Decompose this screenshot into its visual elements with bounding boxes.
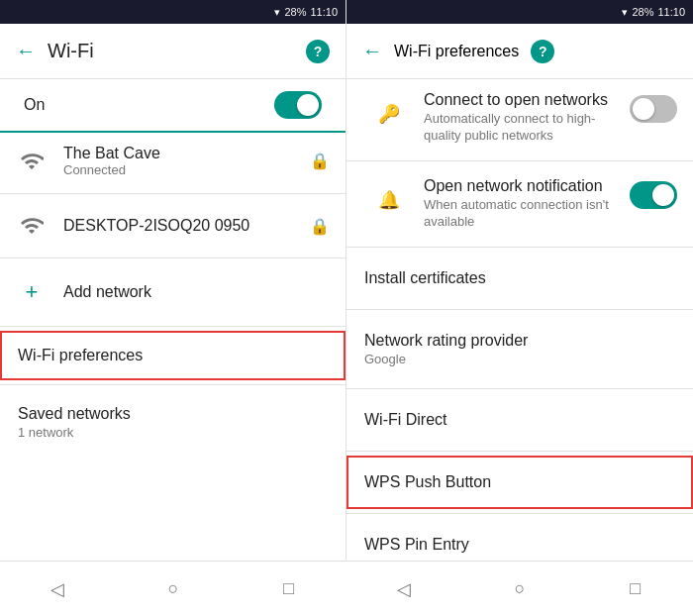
divider-4 <box>0 384 346 385</box>
pref-toggle-1[interactable] <box>630 181 677 209</box>
network-item-1[interactable]: DESKTOP-2ISOQ20 0950 🔒 <box>0 198 346 254</box>
bell-icon: 🔔 <box>378 189 400 211</box>
network-item-0[interactable]: The Bat Cave Connected 🔒 <box>0 133 346 189</box>
divider-r2 <box>346 247 693 248</box>
pref-label-3: Network rating provider <box>364 332 675 350</box>
pref-label-5: WPS Push Button <box>364 473 491 490</box>
network-name-0: The Bat Cave <box>63 145 294 162</box>
bell-icon-container: 🔔 <box>362 177 416 223</box>
lock-icon-1: 🔒 <box>310 217 330 236</box>
divider-1 <box>0 193 346 194</box>
lock-icon-0: 🔒 <box>310 152 330 170</box>
pref-install-certs[interactable]: Install certificates <box>346 252 693 305</box>
left-wifi-signal: ▾ <box>274 6 280 19</box>
right-help-button[interactable]: ? <box>531 40 554 63</box>
left-panel: ▾ 28% 11:10 ← Wi-Fi ? On The Bat Cave Co… <box>0 0 346 616</box>
pref-open-notif[interactable]: 🔔 Open network notification When automat… <box>346 165 693 243</box>
right-header: ← Wi-Fi preferences ? <box>346 24 693 79</box>
left-help-button[interactable]: ? <box>306 40 330 63</box>
left-nav-home[interactable]: ○ <box>149 565 197 613</box>
left-nav-back[interactable]: ◁ <box>34 565 81 613</box>
saved-networks-count: 1 network <box>18 425 328 440</box>
left-back-button[interactable]: ← <box>16 40 36 62</box>
add-network-label: Add network <box>63 283 151 301</box>
right-panel: ▾ 28% 11:10 ← Wi-Fi preferences ? 🔑 Conn… <box>346 0 693 616</box>
pref-toggle-0[interactable] <box>630 95 677 123</box>
divider-3 <box>0 326 346 327</box>
network-info-0: The Bat Cave Connected <box>63 145 294 177</box>
pref-title-0: Connect to open networks <box>424 91 622 109</box>
divider-r4 <box>346 388 693 389</box>
key-icon: 🔑 <box>378 103 400 125</box>
left-bottom-nav: ◁ ○ □ <box>0 561 346 616</box>
divider-r3 <box>346 309 693 310</box>
pref-wifi-direct[interactable]: Wi-Fi Direct <box>346 393 693 447</box>
right-nav-home[interactable]: ○ <box>496 565 544 613</box>
pref-subtitle-1: When automatic connection isn't availabl… <box>424 197 622 231</box>
left-status-bar: ▾ 28% 11:10 <box>0 0 346 24</box>
network-status-0: Connected <box>63 162 294 177</box>
right-status-bar: ▾ 28% 11:10 <box>346 0 693 24</box>
left-title: Wi-Fi <box>48 40 294 62</box>
pref-label-6: WPS Pin Entry <box>364 536 469 553</box>
pref-sub-3: Google <box>364 352 675 366</box>
wifi-preferences-item[interactable]: Wi-Fi preferences <box>0 331 346 380</box>
divider-r5 <box>346 451 693 452</box>
plus-icon: + <box>16 276 48 308</box>
pref-info-0: Connect to open networks Automatically c… <box>424 91 622 145</box>
wifi-preferences-label: Wi-Fi preferences <box>18 347 143 363</box>
right-nav-back[interactable]: ◁ <box>380 565 428 613</box>
right-bottom-nav: ◁ ○ □ <box>346 561 693 616</box>
add-network-row[interactable]: + Add network <box>0 262 346 322</box>
divider-2 <box>0 257 346 258</box>
wifi-icon-0 <box>16 146 48 177</box>
pref-label-2: Install certificates <box>364 269 486 286</box>
divider-r1 <box>346 160 693 161</box>
right-title: Wi-Fi preferences <box>394 43 519 60</box>
left-nav-recent[interactable]: □ <box>265 565 313 613</box>
pref-subtitle-0: Automatically connect to high-quality pu… <box>424 111 622 145</box>
pref-label-4: Wi-Fi Direct <box>364 411 447 428</box>
pref-network-rating[interactable]: Network rating provider Google <box>346 314 693 384</box>
left-time: 11:10 <box>310 6 338 18</box>
pref-title-1: Open network notification <box>424 177 622 195</box>
right-back-button[interactable]: ← <box>362 40 382 62</box>
pref-info-1: Open network notification When automatic… <box>424 177 622 231</box>
divider-r6 <box>346 513 693 514</box>
left-content: On The Bat Cave Connected 🔒 <box>0 79 346 616</box>
left-header: ← Wi-Fi ? <box>0 24 346 79</box>
key-icon-container: 🔑 <box>362 91 416 137</box>
wifi-icon-1 <box>16 210 48 242</box>
wifi-toggle[interactable] <box>274 91 322 119</box>
left-battery: 28% <box>284 6 306 18</box>
right-wifi-signal: ▾ <box>622 6 628 19</box>
wifi-toggle-label: On <box>24 96 45 114</box>
wifi-toggle-row[interactable]: On <box>0 79 346 133</box>
network-name-1: DESKTOP-2ISOQ20 0950 <box>63 217 294 235</box>
right-nav-recent[interactable]: □ <box>612 565 659 613</box>
pref-wps-push[interactable]: WPS Push Button <box>346 456 693 509</box>
pref-connect-open[interactable]: 🔑 Connect to open networks Automatically… <box>346 79 693 156</box>
saved-networks-label: Saved networks <box>18 405 328 423</box>
network-info-1: DESKTOP-2ISOQ20 0950 <box>63 217 294 235</box>
right-content: 🔑 Connect to open networks Automatically… <box>346 79 693 616</box>
right-battery: 28% <box>632 6 653 18</box>
saved-networks-item[interactable]: Saved networks 1 network <box>0 389 346 456</box>
right-time: 11:10 <box>657 6 685 18</box>
